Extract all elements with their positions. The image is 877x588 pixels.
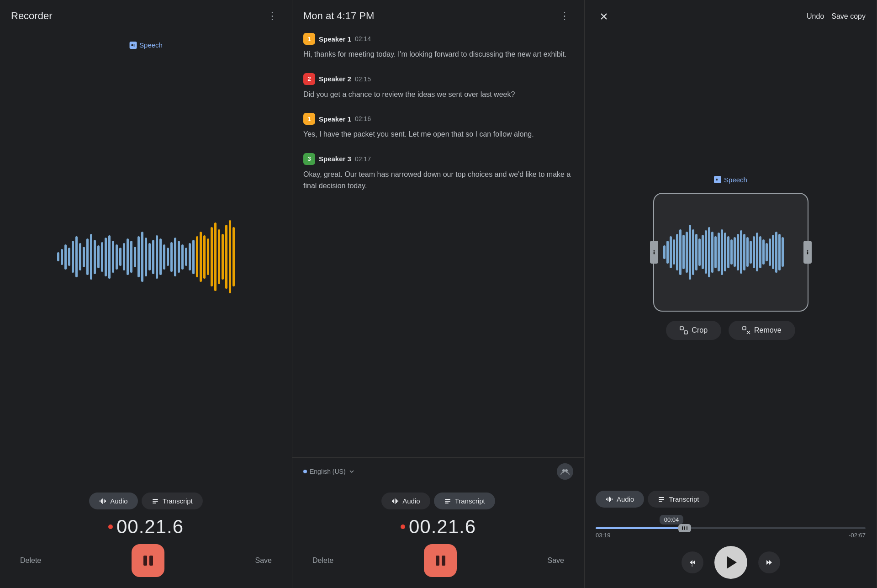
contacts-button[interactable] (557, 463, 573, 480)
transcript-text: Hi, thanks for meeting today. I'm lookin… (303, 48, 573, 60)
tab-audio-2[interactable]: Audio (381, 493, 430, 509)
crop-button[interactable]: Crop (666, 321, 721, 340)
close-icon (599, 12, 608, 21)
right-handle-icon (806, 248, 809, 256)
recorder-controls: Audio Transcript 00.21.6 Delete Save (0, 485, 292, 588)
transcript-icon (152, 498, 159, 505)
svg-rect-4 (104, 499, 105, 503)
speaker-time: 02:15 (355, 75, 371, 83)
play-button[interactable] (714, 546, 747, 579)
tab-buttons-2: Audio Transcript (381, 493, 495, 509)
svg-point-23 (807, 250, 808, 251)
slider-fill (596, 527, 685, 529)
audio-icon-2 (391, 498, 399, 505)
delete-button-2[interactable]: Delete (312, 556, 333, 565)
speech-label: Speech (129, 41, 163, 49)
language-label: English (US) (310, 468, 346, 475)
recorder-title: Recorder (11, 10, 52, 22)
slider-thumb[interactable] (678, 524, 691, 532)
tab-audio[interactable]: Audio (89, 493, 137, 509)
speaker-name: Speaker 2 (319, 75, 351, 83)
crop-controls: Audio Transcript 00:04 03:19 -02:67 (585, 486, 877, 588)
save-button[interactable]: Save (255, 556, 272, 565)
playback-slider-area: 00:04 03:19 -02:67 (596, 515, 866, 539)
save-button-2[interactable]: Save (548, 556, 564, 565)
svg-rect-5 (105, 500, 106, 502)
speaker-name: Speaker 1 (319, 115, 351, 123)
close-button[interactable] (596, 8, 612, 25)
svg-rect-37 (659, 499, 664, 500)
tab-transcript[interactable]: Transcript (142, 493, 203, 509)
panel-crop: Undo Save copy Speech (585, 0, 877, 588)
svg-point-10 (565, 469, 568, 472)
svg-rect-31 (606, 498, 607, 500)
timer-display: 00.21.6 (108, 516, 184, 538)
recording-dot-2 (401, 524, 405, 529)
slider-track[interactable] (596, 527, 866, 529)
crop-tab-audio[interactable]: Audio (596, 491, 644, 508)
speaker-badge: 2 (303, 73, 315, 85)
panel-recorder: Recorder ⋮ Speech Audio Transcript 00.21… (0, 0, 292, 588)
undo-button[interactable]: Undo (807, 12, 824, 21)
svg-rect-11 (392, 500, 393, 502)
timer-text-2: 00.21.6 (409, 516, 476, 538)
timer-display-2: 00.21.6 (401, 516, 476, 538)
transcript-text: Yes, I have the packet you sent. Let me … (303, 128, 573, 140)
svg-rect-28 (743, 327, 746, 330)
svg-rect-38 (659, 501, 662, 502)
tab-transcript-2[interactable]: Transcript (434, 493, 495, 509)
speaker-time: 02:17 (355, 155, 371, 163)
svg-point-24 (807, 251, 808, 253)
svg-rect-15 (397, 500, 398, 502)
language-selector[interactable]: English (US) (303, 468, 355, 475)
transcript-title: Mon at 4:17 PM (303, 10, 374, 22)
playback-buttons: 5 (596, 546, 866, 579)
crop-handle-right[interactable] (803, 241, 812, 264)
svg-rect-33 (609, 497, 610, 502)
speaker-time: 02:16 (355, 115, 371, 122)
svg-rect-14 (396, 499, 397, 503)
crop-action-buttons: Crop Remove (666, 321, 795, 340)
play-icon (727, 556, 737, 569)
crop-tab-transcript[interactable]: Transcript (648, 491, 709, 508)
more-menu-button-2[interactable]: ⋮ (556, 9, 573, 23)
transcript-icon-3 (658, 496, 665, 503)
crop-handle-left[interactable] (650, 241, 658, 264)
svg-rect-13 (395, 498, 396, 504)
pause-icon (143, 556, 153, 566)
chevron-down-icon (349, 468, 355, 475)
svg-point-20 (653, 250, 655, 251)
audio-icon (99, 498, 106, 505)
delete-button[interactable]: Delete (20, 556, 41, 565)
transcript-entry: 2 Speaker 2 02:15 Did you get a chance t… (303, 73, 573, 101)
header-actions: Undo Save copy (807, 12, 866, 21)
timer-text: 00.21.6 (116, 516, 184, 538)
crop-speech-icon (714, 176, 721, 183)
svg-rect-12 (393, 499, 394, 503)
rewind-icon: 5 (687, 557, 697, 567)
pause-button[interactable] (132, 544, 164, 577)
tab-buttons: Audio Transcript (89, 493, 203, 509)
audio-icon-3 (606, 496, 613, 503)
svg-rect-3 (102, 498, 103, 504)
save-copy-button[interactable]: Save copy (831, 12, 866, 21)
svg-rect-16 (445, 499, 450, 500)
pause-icon-2 (436, 556, 445, 566)
transcript-panel-controls: Audio Transcript 00.21.6 Delete Save (292, 485, 584, 588)
rewind-button[interactable]: 5 (682, 551, 703, 573)
transcript-text: Okay, great. Our team has narrowed down … (303, 169, 573, 192)
bottom-controls: Delete Save (11, 544, 281, 577)
pause-button-2[interactable] (424, 544, 457, 577)
crop-waveform-area: Speech (585, 29, 877, 486)
svg-rect-1 (100, 500, 100, 502)
remove-button[interactable]: Remove (729, 321, 795, 340)
forward-button[interactable] (758, 551, 780, 573)
speaker-badge: 1 (303, 113, 315, 125)
more-menu-button[interactable]: ⋮ (264, 9, 281, 23)
transcript-header: Mon at 4:17 PM ⋮ (292, 0, 584, 28)
crop-icon (680, 326, 688, 334)
crop-waveform-container (653, 193, 808, 312)
forward-icon (764, 557, 774, 567)
svg-point-22 (653, 253, 655, 254)
svg-rect-17 (445, 501, 450, 502)
